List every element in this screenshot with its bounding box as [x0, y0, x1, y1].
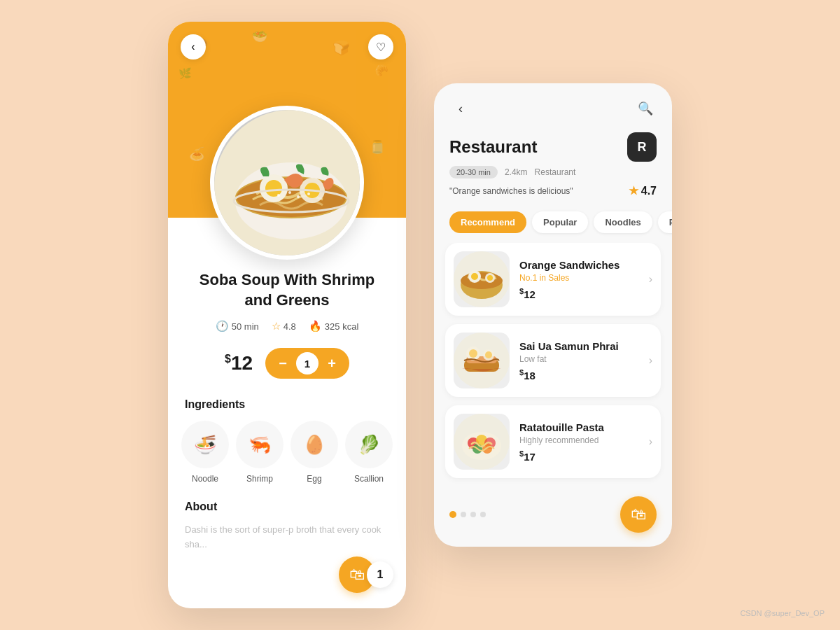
cart-bag-icon: 🛍 — [631, 505, 646, 524]
egg-label: Egg — [307, 474, 321, 484]
distance-text: 2.4km — [505, 167, 528, 177]
svg-point-5 — [265, 180, 282, 197]
back-arrow-icon: ‹ — [458, 102, 463, 116]
dish-meta-row: 🕐 50 min ☆ 4.8 🔥 325 kcal — [185, 320, 389, 332]
ingredient-scallion: 🥬 Scallion — [345, 421, 393, 484]
page-dots — [449, 511, 486, 518]
menu-items-list: Orange Sandwiches No.1 in Sales $12 › — [434, 243, 672, 486]
ingredient-egg: 🥚 Egg — [290, 421, 338, 484]
right-cart-button[interactable]: 🛍 — [620, 496, 657, 533]
svg-point-17 — [471, 273, 478, 280]
scallion-icon: 🥬 — [345, 421, 393, 468]
clock-icon: 🕐 — [216, 320, 229, 332]
rating-value-display: ★ 4.7 — [629, 184, 657, 197]
item1-price: $12 — [519, 287, 639, 300]
tab-pizza[interactable]: Pizz — [658, 211, 672, 233]
rating-row: "Orange sandwiches is delicious" ★ 4.7 — [449, 184, 657, 197]
meta-calories: 🔥 325 kcal — [309, 320, 358, 332]
item2-info: Sai Ua Samun Phrai Low fat $18 — [519, 340, 639, 382]
rating-value: 4.8 — [284, 321, 296, 332]
dish-image — [210, 106, 364, 260]
time-badge: 20-30 min — [449, 166, 498, 178]
meta-rating: ☆ 4.8 — [272, 320, 296, 332]
search-button[interactable]: 🔍 — [634, 97, 657, 120]
dish-price: $12 — [225, 352, 253, 374]
item2-name: Sai Ua Samun Phrai — [519, 340, 639, 352]
item3-info: Ratatouille Pasta Highly recommended $17 — [519, 421, 639, 463]
quantity-display: 1 — [296, 352, 318, 374]
dot-2 — [461, 512, 466, 517]
item3-name: Ratatouille Pasta — [519, 421, 639, 433]
quantity-control[interactable]: − 1 + — [265, 348, 349, 379]
menu-item-sai-ua[interactable]: Sai Ua Samun Phrai Low fat $18 › — [445, 324, 661, 397]
item1-arrow-icon[interactable]: › — [649, 273, 652, 286]
tab-noodles[interactable]: Noodles — [594, 211, 652, 233]
cart-count-badge: 1 — [367, 561, 393, 588]
logo-letter: R — [638, 140, 647, 155]
fire-icon: 🔥 — [309, 320, 322, 332]
item2-image — [454, 332, 510, 388]
ingredient-shrimp: 🦐 Shrimp — [236, 421, 284, 484]
item1-info: Orange Sandwiches No.1 in Sales $12 — [519, 259, 639, 300]
item1-name: Orange Sandwiches — [519, 259, 639, 271]
calories-value: 325 kcal — [325, 321, 358, 332]
item3-arrow-icon[interactable]: › — [649, 435, 652, 448]
about-title: About — [185, 500, 389, 513]
restaurant-logo: R — [627, 132, 657, 162]
restaurant-header: Restaurant R 20-30 min 2.4km Restaurant … — [434, 127, 672, 209]
svg-point-12 — [307, 192, 310, 195]
left-food-detail-card: 🍩 🥗 🍞 🥐 🌿 🍝 🫙 ‹ ♡ — [168, 22, 406, 608]
svg-point-26 — [485, 351, 492, 358]
search-icon: 🔍 — [638, 101, 653, 116]
item1-sub: No.1 in Sales — [519, 273, 639, 283]
category-tabs-row: Recommend Popular Noodles Pizz — [434, 209, 672, 243]
noodle-icon: 🍜 — [181, 421, 229, 468]
svg-point-19 — [487, 275, 493, 281]
dot-3 — [470, 512, 476, 517]
tab-popular[interactable]: Popular — [532, 211, 588, 233]
dot-4 — [480, 512, 486, 517]
ingredient-noodle: 🍜 Noodle — [181, 421, 229, 484]
restaurant-name: Restaurant — [449, 137, 537, 157]
restaurant-quote: "Orange sandwiches is delicious" — [449, 186, 573, 196]
item2-price: $18 — [519, 368, 639, 382]
svg-point-15 — [461, 272, 503, 289]
egg-icon: 🥚 — [290, 421, 338, 468]
about-text: Dashi is the sort of super-p broth that … — [185, 523, 389, 552]
item1-image — [454, 251, 510, 307]
restaurant-back-button[interactable]: ‹ — [449, 97, 472, 120]
menu-item-orange-sandwiches[interactable]: Orange Sandwiches No.1 in Sales $12 › — [445, 243, 661, 316]
svg-point-9 — [277, 194, 280, 197]
left-body-content: Soba Soup With Shrimp and Greens 🕐 50 mi… — [168, 218, 406, 608]
time-value: 50 min — [232, 321, 259, 332]
svg-point-11 — [297, 195, 300, 198]
item2-sub: Low fat — [519, 354, 639, 364]
rating-number: 4.7 — [641, 185, 657, 197]
ingredients-title: Ingredients — [185, 398, 389, 411]
increase-btn[interactable]: + — [321, 353, 342, 374]
price-qty-row: $12 − 1 + — [185, 348, 389, 379]
item2-arrow-icon[interactable]: › — [649, 354, 652, 367]
star-icon: ☆ — [272, 320, 281, 332]
ingredients-list: 🍜 Noodle 🦐 Shrimp 🥚 Egg 🥬 Scallion — [185, 421, 389, 484]
top-navigation: ‹ 🔍 — [434, 83, 672, 127]
svg-point-10 — [288, 191, 291, 194]
tab-recommend[interactable]: Recommend — [449, 211, 526, 233]
about-section: About Dashi is the sort of super-p broth… — [185, 500, 389, 552]
dish-title: Soba Soup With Shrimp and Greens — [185, 270, 389, 310]
svg-point-24 — [469, 349, 477, 358]
favorite-button[interactable]: ♡ — [368, 34, 393, 59]
item3-sub: Highly recommended — [519, 435, 639, 445]
bottom-nav-bar: 🛍 — [434, 486, 672, 547]
back-button[interactable]: ‹ — [181, 34, 206, 59]
type-text: Restaurant — [535, 167, 576, 177]
scallion-label: Scallion — [354, 474, 384, 484]
cart-float-button[interactable]: 🛍 1 — [339, 556, 393, 593]
noodle-label: Noodle — [192, 474, 218, 484]
left-header-banner: 🍩 🥗 🍞 🥐 🌿 🍝 🫙 ‹ ♡ — [168, 22, 406, 218]
back-icon: ‹ — [191, 41, 195, 53]
menu-item-ratatouille[interactable]: Ratatouille Pasta Highly recommended $17… — [445, 405, 661, 478]
watermark: CSDN @super_Dev_OP — [740, 609, 825, 617]
decrease-btn[interactable]: − — [272, 353, 293, 374]
restaurant-meta: 20-30 min 2.4km Restaurant — [449, 166, 657, 178]
